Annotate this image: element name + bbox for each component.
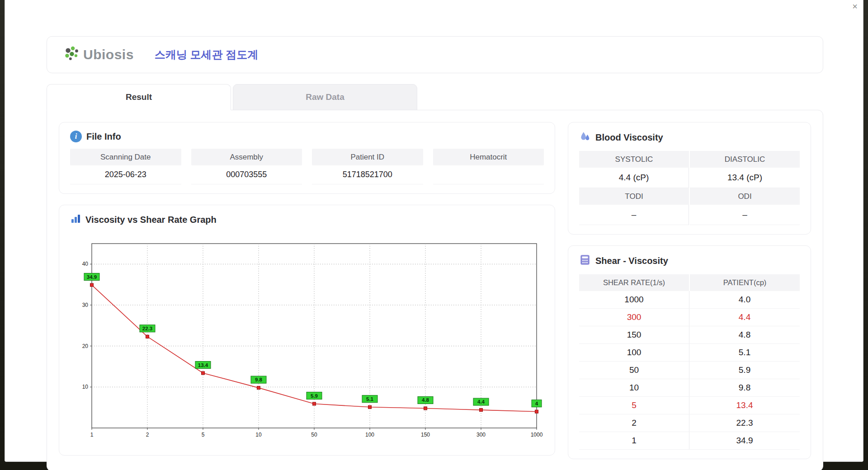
app-window: × Ubiosis 스캐닝 모세관 점도계 — [5, 0, 863, 462]
patient-cell: 5.1 — [689, 344, 800, 361]
shear-rate-cell: 50 — [579, 362, 689, 379]
svg-text:5.9: 5.9 — [311, 393, 318, 399]
close-icon[interactable]: × — [852, 2, 858, 11]
svg-text:10: 10 — [255, 432, 262, 438]
file-info-panel: i File Info Scanning Date Assembly Patie… — [59, 122, 555, 194]
table-row: 100 5.1 — [579, 344, 800, 362]
blood-viscosity-title: Blood Viscosity — [595, 132, 663, 143]
file-info-header: Assembly — [191, 149, 302, 165]
viscosity-shear-chart: 102030401251050100150300100034.922.313.4… — [70, 233, 544, 446]
svg-text:100: 100 — [365, 432, 374, 438]
header-bar: Ubiosis 스캐닝 모세관 점도계 — [47, 36, 823, 73]
graph-title: Viscosity vs Shear Rate Graph — [85, 215, 217, 225]
tab-raw-data[interactable]: Raw Data — [233, 84, 417, 110]
patient-cell: 13.4 — [689, 397, 800, 414]
shear-rate-cell: 10 — [579, 379, 689, 396]
svg-text:4.4: 4.4 — [477, 399, 485, 404]
patient-cell: 22.3 — [689, 414, 800, 432]
svg-text:22.3: 22.3 — [142, 326, 152, 331]
logo-text: Ubiosis — [83, 47, 134, 62]
patient-cell: 9.8 — [689, 379, 800, 396]
patient-cell: 4.4 — [689, 309, 800, 326]
table-row: 1000 4.0 — [579, 291, 800, 309]
left-column: i File Info Scanning Date Assembly Patie… — [59, 122, 555, 459]
bv-header-row: TODI ODI — [579, 188, 800, 205]
patient-cell: 34.9 — [689, 432, 800, 449]
file-info-header: Scanning Date — [70, 149, 181, 165]
diastolic-value: 13.4 (cP) — [690, 168, 800, 188]
svg-text:20: 20 — [82, 343, 89, 349]
tab-bar: Result Raw Data — [47, 84, 823, 110]
svg-text:50: 50 — [311, 432, 317, 438]
table-row: 2 22.3 — [579, 414, 800, 432]
svg-text:40: 40 — [82, 261, 89, 267]
calculator-icon — [579, 254, 591, 268]
shear-rate-cell: 2 — [579, 414, 689, 432]
assembly-value: 000703555 — [191, 165, 302, 184]
todi-value: – — [579, 205, 689, 225]
shear-rate-cell: 5 — [579, 397, 689, 414]
diastolic-header: DIASTOLIC — [690, 151, 800, 168]
svg-text:300: 300 — [476, 432, 486, 438]
patient-cell: 4.8 — [689, 326, 800, 343]
svg-text:5: 5 — [202, 432, 205, 438]
shear-rate-cell: 1000 — [579, 291, 689, 308]
blood-viscosity-table: SYSTOLIC DIASTOLIC 4.4 (cP) 13.4 (cP) TO… — [579, 151, 800, 225]
odi-value: – — [690, 205, 800, 225]
app-title: 스캐닝 모세관 점도계 — [155, 47, 258, 62]
table-row: 10 9.8 — [579, 379, 800, 397]
svg-text:1000: 1000 — [531, 432, 543, 438]
todi-header: TODI — [579, 188, 689, 205]
graph-title-row: Viscosity vs Shear Rate Graph — [70, 213, 544, 226]
patient-cell: 4.0 — [689, 291, 800, 308]
table-row: 50 5.9 — [579, 362, 800, 379]
svg-text:150: 150 — [421, 432, 430, 438]
file-info-values: 2025-06-23 000703555 51718521700 — [70, 165, 544, 184]
right-column: Blood Viscosity SYSTOLIC DIASTOLIC 4.4 (… — [568, 122, 811, 459]
ubiosis-logo: Ubiosis — [62, 44, 134, 65]
info-icon: i — [70, 131, 82, 142]
shear-viscosity-title-row: Shear - Viscosity — [579, 254, 800, 268]
shear-rate-cell: 1 — [579, 432, 689, 449]
ubiosis-logo-icon — [62, 44, 81, 65]
patient-id-value: 51718521700 — [312, 165, 423, 184]
shear-rate-cell: 300 — [579, 309, 689, 326]
shear-viscosity-title: Shear - Viscosity — [595, 256, 668, 266]
systolic-value: 4.4 (cP) — [579, 168, 689, 188]
bv-header-row: SYSTOLIC DIASTOLIC — [579, 151, 800, 168]
bv-value-row: – – — [579, 205, 800, 225]
svg-text:1: 1 — [90, 432, 94, 438]
svg-text:13.4: 13.4 — [198, 362, 208, 368]
water-drops-icon — [579, 131, 591, 145]
result-panel: i File Info Scanning Date Assembly Patie… — [47, 110, 823, 470]
svg-text:2: 2 — [146, 432, 149, 438]
file-info-headers: Scanning Date Assembly Patient ID Hemato… — [70, 149, 544, 165]
svg-text:34.9: 34.9 — [87, 274, 97, 280]
shear-rate-column-header: SHEAR RATE(1/s) — [579, 274, 689, 291]
blood-viscosity-title-row: Blood Viscosity — [579, 131, 800, 145]
bar-chart-icon — [70, 213, 81, 226]
page-content: Ubiosis 스캐닝 모세관 점도계 Result Raw Data i Fi… — [47, 36, 823, 470]
svg-text:9.8: 9.8 — [255, 377, 263, 382]
blood-viscosity-panel: Blood Viscosity SYSTOLIC DIASTOLIC 4.4 (… — [568, 122, 811, 235]
scanning-date-value: 2025-06-23 — [70, 165, 181, 184]
svg-text:4: 4 — [535, 401, 538, 406]
systolic-header: SYSTOLIC — [579, 151, 689, 168]
file-info-header: Hematocrit — [433, 149, 544, 165]
file-info-title-row: i File Info — [70, 131, 544, 142]
odi-header: ODI — [690, 188, 800, 205]
shear-viscosity-panel: Shear - Viscosity SHEAR RATE(1/s) PATIEN… — [568, 245, 811, 459]
svg-text:5.1: 5.1 — [366, 396, 374, 402]
patient-column-header: PATIENT(cp) — [690, 274, 800, 291]
tab-result[interactable]: Result — [47, 84, 231, 110]
graph-panel: Viscosity vs Shear Rate Graph 1020304012… — [59, 205, 555, 456]
svg-text:30: 30 — [82, 302, 89, 308]
table-row: 300 4.4 — [579, 309, 800, 326]
svg-text:10: 10 — [82, 384, 89, 390]
shear-rate-cell: 150 — [579, 326, 689, 343]
shear-table-header: SHEAR RATE(1/s) PATIENT(cp) — [579, 274, 800, 291]
file-info-header: Patient ID — [312, 149, 423, 165]
table-row: 150 4.8 — [579, 326, 800, 344]
table-row: 1 34.9 — [579, 432, 800, 450]
table-row: 5 13.4 — [579, 397, 800, 414]
